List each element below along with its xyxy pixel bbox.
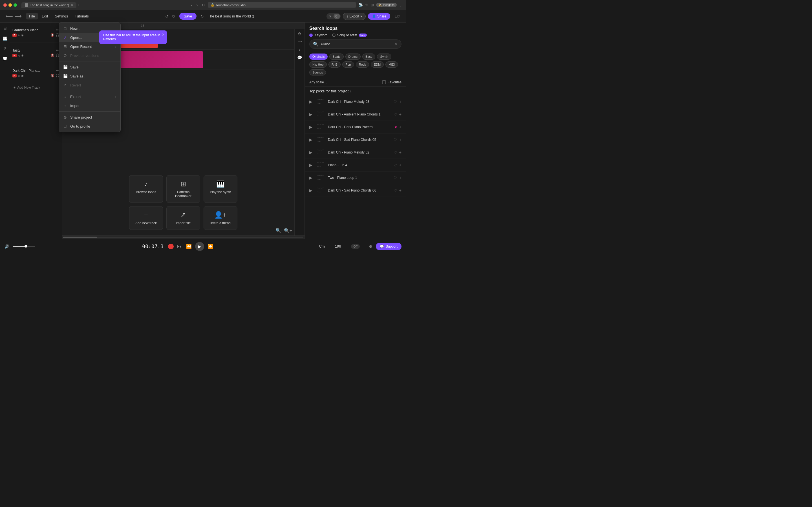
- open-recent-label: Open Recent: [70, 45, 92, 49]
- dropdown-share-project[interactable]: ⊗ Share project: [59, 113, 120, 122]
- minimize-window-btn[interactable]: [8, 3, 12, 7]
- close-tab-btn[interactable]: ✕: [71, 3, 73, 6]
- browser-chrome: The best song in the world :) ✕ + ‹ › ↻ …: [0, 0, 406, 10]
- save-as-label: Save as...: [70, 74, 87, 78]
- prev-versions-label: Previous versions: [70, 54, 99, 58]
- dropdown-save-as[interactable]: 💾 Save as...: [59, 71, 120, 80]
- tooltip-banner: Use this bar to adjust the input area in…: [99, 31, 167, 44]
- revert-label: Revert: [70, 83, 81, 87]
- maximize-window-btn[interactable]: [13, 3, 17, 7]
- browser-forward-btn[interactable]: ›: [195, 2, 199, 8]
- app-header: ⟵ ⟶ File Edit Settings Tutorials ↺ ↻ Sav…: [0, 10, 406, 22]
- new-label: New...: [70, 26, 80, 31]
- revert-icon: ↺: [63, 83, 67, 87]
- theme-toggle: ☀ ☾: [326, 13, 341, 19]
- save-label: Save: [70, 65, 79, 69]
- profile-label: Go to profile: [70, 124, 90, 128]
- browser-right-icons: 📡 ☆ ⊞ 🕵 Incognito ⋮: [358, 3, 403, 7]
- menu-settings[interactable]: Settings: [52, 13, 71, 19]
- open-icon: ↗: [63, 35, 67, 40]
- prev-versions-icon: ⊙: [63, 53, 67, 58]
- separator-2: [59, 91, 120, 91]
- tab-title: The best song in the world :): [30, 3, 69, 7]
- dropdown-import[interactable]: ↑ Import: [59, 101, 120, 110]
- undo-btn[interactable]: ↺: [164, 13, 170, 20]
- tooltip-text: Use this bar to adjust the input area in…: [103, 33, 160, 41]
- open-recent-arrow: ›: [115, 45, 116, 49]
- dropdown-prev-versions: ⊙ Previous versions: [59, 51, 120, 60]
- browser-menu-btn[interactable]: ⋮: [399, 3, 403, 7]
- export-chevron-icon: ▾: [360, 14, 362, 18]
- share-button[interactable]: 👤 Share: [368, 13, 390, 20]
- export-button[interactable]: ↓ Export ▾: [343, 13, 366, 20]
- dropdown-overlay[interactable]: □ New... ↗ Open... ⊞ Open Recent › ⊙ Pre…: [0, 22, 406, 253]
- browser-controls: ‹ › ↻ 🔒 soundtrap.com/studio/: [190, 2, 356, 8]
- dropdown-revert: ↺ Revert: [59, 80, 120, 90]
- incognito-label: Incognito: [383, 3, 395, 6]
- import-label: Import: [70, 104, 81, 108]
- share-icon: 👤: [372, 14, 376, 18]
- header-right: ☀ ☾ ↓ Export ▾ 👤 Share Exit: [326, 13, 403, 20]
- close-window-btn[interactable]: [3, 3, 7, 7]
- save-button[interactable]: Save: [179, 13, 197, 20]
- extensions-icon[interactable]: ⊞: [371, 3, 374, 7]
- new-tab-btn[interactable]: +: [78, 3, 80, 8]
- cast-icon[interactable]: 📡: [358, 3, 363, 7]
- dropdown-go-to-profile[interactable]: □ Go to profile: [59, 122, 120, 131]
- tab-bar: The best song in the world :) ✕ +: [21, 2, 188, 8]
- address-bar[interactable]: 🔒 soundtrap.com/studio/: [208, 2, 356, 8]
- tab-favicon: [25, 3, 28, 7]
- exit-btn[interactable]: Exit: [393, 13, 403, 19]
- browser-refresh-btn[interactable]: ↻: [200, 2, 206, 8]
- menu-edit[interactable]: Edit: [39, 13, 51, 19]
- refresh-btn[interactable]: ↻: [199, 13, 205, 20]
- header-menu: File Edit Settings Tutorials: [26, 13, 92, 19]
- menu-file[interactable]: File: [26, 13, 38, 19]
- export-label: Export: [70, 95, 81, 99]
- save-as-icon: 💾: [63, 74, 67, 78]
- separator-1: [59, 61, 120, 61]
- export-arrow: ›: [115, 95, 116, 99]
- back-btn[interactable]: ⟵ ⟶: [3, 12, 24, 20]
- tooltip-close-btn[interactable]: ✕: [162, 33, 165, 37]
- browser-back-btn[interactable]: ‹: [190, 2, 194, 8]
- dropdown-export[interactable]: ↓ Export ›: [59, 92, 120, 101]
- export-icon: ↓: [347, 14, 348, 18]
- dark-theme-btn[interactable]: ☾: [334, 14, 340, 19]
- redo-btn[interactable]: ↻: [171, 13, 176, 20]
- song-title: The best song in the world :): [208, 14, 254, 18]
- share-label: Share: [377, 14, 386, 18]
- export-icon: ↓: [63, 94, 67, 99]
- header-center: ↺ ↻ Save ↻ The best song in the world :): [94, 13, 324, 20]
- light-theme-btn[interactable]: ☀: [327, 14, 334, 19]
- undo-redo-controls: ↺ ↻: [164, 13, 176, 20]
- open-recent-icon: ⊞: [63, 44, 67, 49]
- incognito-badge: 🕵 Incognito: [376, 3, 397, 7]
- save-icon: 💾: [63, 65, 67, 69]
- profile-icon: □: [63, 124, 67, 128]
- dropdown-save[interactable]: 💾 Save: [59, 62, 120, 71]
- open-label: Open...: [70, 36, 82, 40]
- url-display: soundtrap.com/studio/: [216, 3, 246, 7]
- bookmark-icon[interactable]: ☆: [365, 3, 368, 7]
- new-icon: □: [63, 26, 67, 31]
- share-project-icon: ⊗: [63, 115, 67, 119]
- import-icon: ↑: [63, 103, 67, 108]
- menu-tutorials[interactable]: Tutorials: [72, 13, 91, 19]
- separator-3: [59, 111, 120, 112]
- traffic-lights: [3, 3, 17, 7]
- export-label: Export: [349, 14, 359, 18]
- share-project-label: Share project: [70, 115, 92, 119]
- browser-tab[interactable]: The best song in the world :) ✕: [21, 2, 77, 8]
